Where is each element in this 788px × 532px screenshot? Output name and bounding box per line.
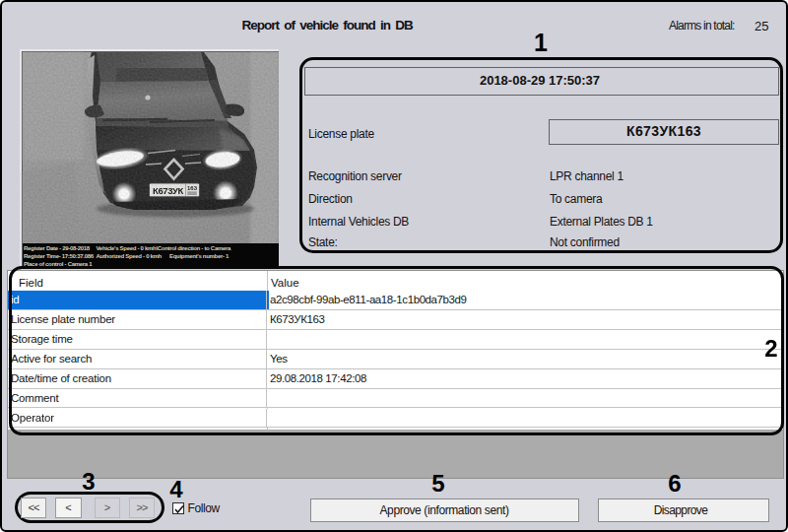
svg-text:Register Time- 17:50:37.086Aut: Register Time- 17:50:37.086Authorized Sp… [24, 253, 230, 259]
svg-text:Register Date - 29-08-2018Vehi: Register Date - 29-08-2018Vehicle's Spee… [24, 245, 231, 251]
